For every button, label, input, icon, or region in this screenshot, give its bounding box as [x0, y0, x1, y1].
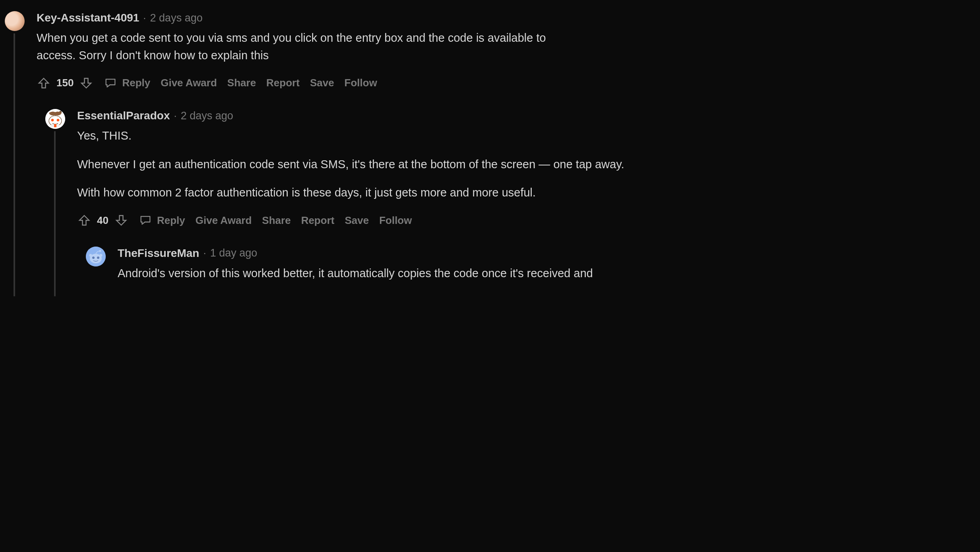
- save-button[interactable]: Save: [345, 213, 369, 228]
- reply-label: Reply: [157, 213, 185, 228]
- comment-actions: 40 Reply Give Award Share: [77, 213, 972, 228]
- comment-body: When you get a code sent to you via sms …: [37, 29, 585, 64]
- vote-score: 40: [97, 213, 108, 228]
- speech-bubble-icon: [104, 76, 117, 90]
- separator-dot: ·: [143, 10, 146, 26]
- avatar[interactable]: [45, 109, 65, 129]
- report-button[interactable]: Report: [266, 75, 300, 91]
- comment-actions: 150 Reply Give Award Share Report Save F…: [37, 75, 972, 91]
- separator-dot: ·: [203, 245, 206, 261]
- vote-score: 150: [56, 75, 74, 91]
- svg-point-12: [89, 254, 92, 257]
- username-link[interactable]: EssentialParadox: [77, 107, 170, 124]
- upvote-icon[interactable]: [37, 76, 51, 90]
- comment-text: Android's version of this worked better,…: [118, 265, 666, 282]
- comment-header: TheFissureMan · 1 day ago: [118, 245, 972, 262]
- timestamp: 2 days ago: [150, 10, 203, 26]
- share-button[interactable]: Share: [262, 213, 291, 228]
- comment-text: With how common 2 factor authentication …: [77, 184, 626, 202]
- report-button[interactable]: Report: [301, 213, 335, 228]
- reply-label: Reply: [122, 75, 150, 91]
- vote-group: 150: [37, 75, 93, 91]
- comment-text: Yes, THIS.: [77, 127, 626, 145]
- svg-point-13: [100, 254, 103, 257]
- svg-point-11: [99, 250, 101, 252]
- thread-line[interactable]: [54, 131, 56, 296]
- username-link[interactable]: TheFissureMan: [118, 245, 199, 262]
- svg-point-3: [57, 119, 60, 122]
- follow-button[interactable]: Follow: [345, 75, 377, 91]
- avatar[interactable]: [86, 247, 106, 266]
- give-award-button[interactable]: Give Award: [161, 75, 217, 91]
- comment-header: Key-Assistant-4091 · 2 days ago: [37, 10, 972, 26]
- comment: Key-Assistant-4091 · 2 days ago When you…: [14, 10, 972, 282]
- thread-line[interactable]: [14, 33, 15, 296]
- reply-button[interactable]: Reply: [104, 75, 150, 91]
- svg-point-10: [97, 257, 99, 259]
- comment: EssentialParadox · 2 days ago Yes, THIS.…: [54, 107, 972, 282]
- vote-group: 40: [77, 213, 128, 228]
- downvote-icon[interactable]: [79, 76, 93, 90]
- timestamp: 2 days ago: [181, 108, 233, 124]
- save-button[interactable]: Save: [310, 75, 334, 91]
- downvote-icon[interactable]: [114, 213, 128, 227]
- username-link[interactable]: Key-Assistant-4091: [37, 10, 139, 26]
- speech-bubble-icon: [139, 214, 152, 227]
- give-award-button[interactable]: Give Award: [196, 213, 252, 228]
- follow-button[interactable]: Follow: [379, 213, 412, 228]
- share-button[interactable]: Share: [227, 75, 256, 91]
- svg-point-2: [51, 119, 54, 122]
- separator-dot: ·: [174, 108, 176, 124]
- avatar[interactable]: [5, 11, 25, 31]
- timestamp: 1 day ago: [210, 245, 258, 261]
- comment: TheFissureMan · 1 day ago Android's vers…: [95, 245, 972, 282]
- comment-text: Whenever I get an authentication code se…: [77, 156, 626, 173]
- svg-point-9: [92, 257, 95, 259]
- comment-header: EssentialParadox · 2 days ago: [77, 107, 972, 124]
- upvote-icon[interactable]: [77, 213, 91, 227]
- svg-rect-6: [54, 124, 56, 127]
- comment-body: Android's version of this worked better,…: [118, 265, 666, 282]
- comment-thread: Key-Assistant-4091 · 2 days ago When you…: [0, 0, 980, 552]
- comment-body: Yes, THIS. Whenever I get an authenticat…: [77, 127, 626, 202]
- comment-text: When you get a code sent to you via sms …: [37, 29, 585, 64]
- reply-button[interactable]: Reply: [139, 213, 185, 228]
